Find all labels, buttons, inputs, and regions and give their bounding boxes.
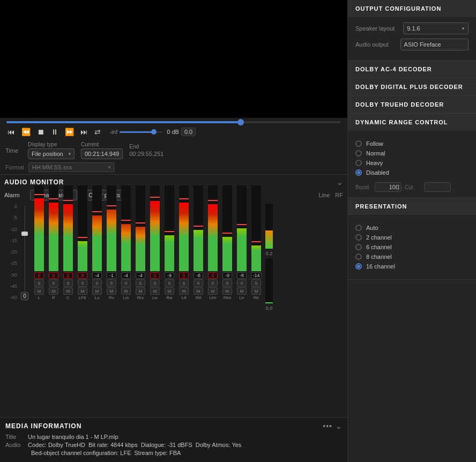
channel-l: 0 S M L — [32, 185, 46, 300]
dolby-ac4-section: DOLBY AC-4 DECODER — [348, 61, 476, 78]
vol-min-label: -inf — [109, 129, 117, 135]
drc-content: Follow Normal Heavy Disabled Boost ▲ ▼ C… — [348, 131, 476, 197]
presentation-option-16-channel[interactable]: 16 channel — [355, 263, 468, 270]
presentation-option-8-channel[interactable]: 8 channel — [355, 254, 468, 260]
dolby-truehd-header[interactable]: DOLBY TRUEHD DECODER — [348, 96, 476, 113]
ch-m-button[interactable]: M — [222, 287, 232, 295]
channel-ltf: 0 S M Ltf — [177, 185, 191, 300]
ch-value-box: 0 — [150, 272, 160, 279]
meter-area: 0 -5 -10 -15 -20 -25 -30 -45 -60 0 — [4, 204, 343, 311]
ch-s-button[interactable]: S — [237, 279, 247, 287]
ch-m-button[interactable]: M — [179, 287, 189, 295]
ch-m-button[interactable]: M — [194, 287, 203, 295]
ch-m-button[interactable]: M — [208, 287, 218, 295]
presentation-option-6-channel[interactable]: 6 channel — [355, 244, 468, 250]
ch-s-button[interactable]: S — [92, 279, 102, 287]
ch-s-button[interactable]: S — [165, 279, 174, 287]
drc-option-normal[interactable]: Normal — [355, 150, 468, 157]
ch-s-button[interactable]: S — [63, 279, 73, 287]
cut-input[interactable] — [424, 182, 451, 192]
boost-up-arrow[interactable]: ▲ — [397, 183, 400, 187]
speaker-layout-select[interactable]: 9.1.6 — [403, 23, 468, 34]
repeat-button[interactable]: ⇄ — [92, 126, 103, 137]
audio-monitor-title: AUDIO MONITOR — [4, 178, 64, 186]
ch-value-box: -4 — [92, 272, 102, 279]
presentation-option-2-channel[interactable]: 2 channel — [355, 234, 468, 241]
audio-output-label: Audio output — [355, 41, 396, 48]
cut-input-wrap — [424, 182, 451, 192]
ch-m-button[interactable]: M — [136, 287, 145, 295]
ch-m-button[interactable]: M — [63, 287, 73, 295]
ch-m-button[interactable]: M — [78, 287, 87, 295]
format-dropdown[interactable]: HH:MM:SS.sss — [28, 162, 114, 172]
dolby-ddplus-header[interactable]: DOLBY DIGITAL PLUS DECODER — [348, 78, 476, 95]
ch-s-button[interactable]: S — [78, 279, 87, 287]
ch-m-button[interactable]: M — [237, 287, 247, 295]
skip-back-button[interactable]: ⏮ — [5, 126, 17, 137]
ch-m-button[interactable]: M — [251, 287, 261, 295]
ch-m-button[interactable]: M — [34, 287, 44, 295]
pause-button[interactable]: ⏸ — [49, 126, 61, 137]
ch-s-button[interactable]: S — [49, 279, 58, 287]
ch-m-button[interactable]: M — [92, 287, 102, 295]
ch-s-button[interactable]: S — [251, 279, 261, 287]
end-time-value: 00:29:55.251 — [129, 151, 163, 157]
presentation-option-auto[interactable]: Auto — [355, 225, 468, 231]
ch-label: Rw — [166, 295, 173, 300]
ch-m-button[interactable]: M — [121, 287, 131, 295]
drc-option-heavy[interactable]: Heavy — [355, 160, 468, 166]
right-panel: OUTPUT CONFIGURATION Speaker layout 9.1.… — [347, 0, 476, 462]
presentation-section: PRESENTATION Auto 2 channel 6 channel 8 … — [348, 198, 476, 280]
presentation-header[interactable]: PRESENTATION — [348, 198, 476, 215]
ch-label: L — [38, 295, 40, 300]
meter-peak-line — [208, 200, 218, 201]
audio-monitor-collapse-button[interactable]: ⌄ — [337, 178, 343, 187]
drc-option-follow[interactable]: Follow — [355, 140, 468, 147]
media-info-audio-row: Audio Codec: Dolby TrueHD Bit rate: 4844… — [5, 442, 342, 448]
skip-fwd-button[interactable]: ⏭ — [78, 126, 90, 137]
ch-s-button[interactable]: S — [222, 279, 232, 287]
ch-s-button[interactable]: S — [179, 279, 189, 287]
cut-label: Cut — [405, 184, 421, 190]
media-info-options-button[interactable]: ••• — [323, 422, 332, 430]
boost-down-arrow[interactable]: ▼ — [397, 187, 400, 191]
rewind-button[interactable]: ⏪ — [19, 126, 33, 137]
stop-button[interactable]: ⏹ — [35, 126, 47, 137]
output-config-header[interactable]: OUTPUT CONFIGURATION — [348, 0, 476, 17]
ch-s-button[interactable]: S — [136, 279, 145, 287]
master-fader: 0 — [19, 204, 30, 300]
channel-lfe: 0 S M LFE — [76, 185, 90, 300]
drc-option-disabled[interactable]: Disabled — [355, 169, 468, 176]
current-time-value: 00:21:14.949 — [81, 148, 123, 159]
ch-s-button[interactable]: S — [150, 279, 160, 287]
rf-meter — [265, 258, 273, 303]
ch-value-box: -4 — [121, 272, 131, 279]
ch-label: Rtf — [196, 295, 201, 300]
ch-m-button[interactable]: M — [107, 287, 116, 295]
seek-bar[interactable] — [6, 121, 341, 123]
dolby-ac4-header[interactable]: DOLBY AC-4 DECODER — [348, 61, 476, 78]
ch-label: Ltr — [239, 295, 244, 300]
boost-cut-row: Boost ▲ ▼ Cut — [355, 182, 468, 192]
ch-m-button[interactable]: M — [165, 287, 174, 295]
media-info-collapse-button[interactable]: ⌄ — [336, 422, 342, 430]
ch-m-button[interactable]: M — [49, 287, 58, 295]
meter-bar-container — [136, 185, 145, 271]
ch-m-button[interactable]: M — [150, 287, 160, 295]
ch-s-button[interactable]: S — [107, 279, 116, 287]
meter-bar — [63, 204, 73, 271]
ch-s-button[interactable]: S — [194, 279, 203, 287]
position-dropdown-wrap: File position — [28, 148, 75, 159]
ch-s-button[interactable]: S — [34, 279, 44, 287]
ch-value-box: -9 — [165, 272, 174, 279]
drc-header[interactable]: DYNAMIC RANGE CONTROL — [348, 114, 476, 131]
volume-track[interactable] — [120, 131, 162, 133]
position-dropdown[interactable]: File position — [28, 148, 75, 159]
fader-track[interactable] — [24, 206, 25, 292]
ch-s-button[interactable]: S — [121, 279, 131, 287]
radio-circle — [355, 169, 362, 176]
channel-rw: -9 S M Rw — [162, 185, 176, 300]
ch-s-button[interactable]: S — [208, 279, 218, 287]
media-info-title-row: Title Un lugar tranquilo dia 1 - M LP.ml… — [5, 434, 342, 440]
forward-button[interactable]: ⏩ — [63, 126, 76, 137]
